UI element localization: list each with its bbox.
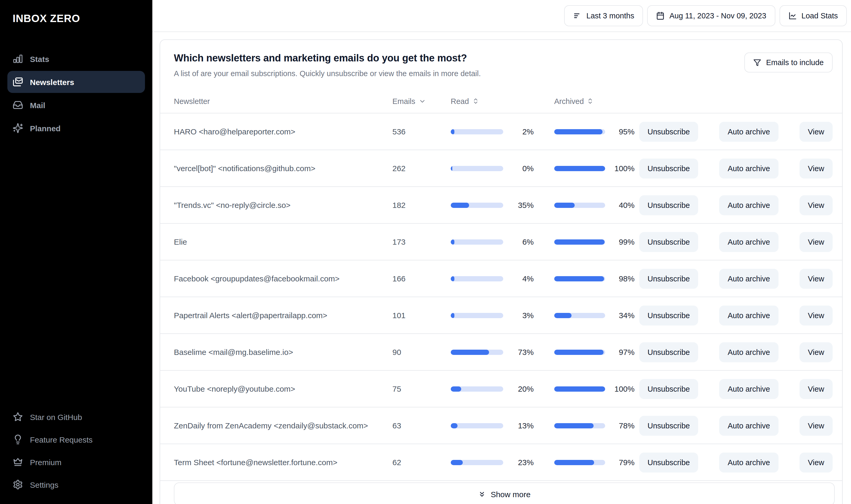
view-button[interactable]: View (799, 305, 833, 325)
read-cell: 13% (451, 421, 535, 430)
sidebar-item-planned[interactable]: Planned (7, 117, 145, 139)
view-button[interactable]: View (799, 269, 833, 288)
unsubscribe-button[interactable]: Unsubscribe (639, 416, 698, 435)
auto-archive-button[interactable]: Auto archive (719, 305, 778, 325)
read-bar-fill (451, 460, 463, 465)
read-cell: 23% (451, 458, 535, 467)
sidebar-nav: Stats Newsletters Mail (7, 48, 145, 140)
emails-to-include-button[interactable]: Emails to include (745, 53, 833, 72)
column-header-emails[interactable]: Emails (392, 97, 451, 105)
archived-percent: 95% (611, 127, 635, 136)
sidebar-item-star-on-github[interactable]: Star on GitHub (7, 406, 145, 427)
read-cell: 6% (451, 237, 535, 246)
read-progress-bar (451, 386, 503, 391)
table-row: Papertrail Alerts <alert@papertrailapp.c… (160, 297, 842, 334)
calendar-icon (656, 12, 665, 20)
show-more-button[interactable]: Show more (174, 483, 835, 504)
emails-count: 262 (392, 164, 451, 173)
sidebar-item-premium[interactable]: Premium (7, 451, 145, 472)
view-button[interactable]: View (799, 122, 833, 142)
read-percent: 0% (510, 164, 534, 173)
chevrons-up-down-icon (472, 97, 479, 105)
auto-archive-button[interactable]: Auto archive (719, 158, 778, 178)
read-bar-fill (451, 202, 469, 208)
table-row: HARO <haro@helpareporter.com> 536 2% 95%… (160, 113, 842, 150)
unsubscribe-button[interactable]: Unsubscribe (639, 232, 698, 252)
archived-cell: 100% (535, 384, 635, 393)
archived-percent: 34% (611, 311, 635, 320)
sidebar-footer-nav: Star on GitHub Feature Requests Premium (7, 406, 145, 497)
unsubscribe-button[interactable]: Unsubscribe (639, 342, 698, 362)
bar-chart-icon (13, 54, 23, 64)
date-range-preset-button[interactable]: Last 3 months (564, 5, 643, 26)
unsubscribe-button[interactable]: Unsubscribe (639, 195, 698, 215)
read-bar-fill (451, 239, 455, 245)
sidebar-item-newsletters[interactable]: Newsletters (7, 71, 145, 93)
archived-bar-fill (554, 276, 604, 281)
main-area: Last 3 months Aug 11, 2023 - Nov 09, 202… (152, 0, 851, 504)
archived-cell: 79% (535, 458, 635, 467)
newsletter-name: ZenDaily from ZenAcademy <zendaily@subst… (174, 421, 392, 430)
sidebar-item-feature-requests[interactable]: Feature Requests (7, 429, 145, 450)
mails-icon (13, 77, 23, 87)
sidebar-item-mail[interactable]: Mail (7, 94, 145, 116)
column-header-newsletter[interactable]: Newsletter (174, 97, 392, 105)
auto-archive-button[interactable]: Auto archive (719, 195, 778, 215)
sidebar-item-settings[interactable]: Settings (7, 474, 145, 495)
auto-archive-button[interactable]: Auto archive (719, 379, 778, 399)
read-percent: 2% (510, 127, 534, 136)
unsubscribe-button[interactable]: Unsubscribe (639, 379, 698, 399)
auto-archive-button[interactable]: Auto archive (719, 452, 778, 472)
view-button[interactable]: View (799, 452, 833, 472)
auto-archive-button[interactable]: Auto archive (719, 416, 778, 435)
read-progress-bar (451, 460, 503, 465)
row-actions: Unsubscribe Auto archive View (635, 416, 833, 435)
archived-bar-fill (554, 202, 574, 208)
archived-bar-fill (554, 313, 571, 318)
archived-percent: 79% (611, 458, 635, 467)
unsubscribe-button[interactable]: Unsubscribe (639, 452, 698, 472)
app-logo: INBOX ZERO (7, 13, 145, 25)
archived-cell: 34% (535, 311, 635, 320)
content-area: Which newsletters and marketing emails d… (152, 32, 851, 504)
archived-bar-fill (554, 129, 602, 134)
unsubscribe-button[interactable]: Unsubscribe (639, 122, 698, 142)
newsletters-card: Which newsletters and marketing emails d… (160, 39, 843, 504)
date-range-picker-button[interactable]: Aug 11, 2023 - Nov 09, 2023 (648, 5, 775, 26)
unsubscribe-button[interactable]: Unsubscribe (639, 158, 698, 178)
archived-percent: 40% (611, 201, 635, 210)
archived-cell: 78% (535, 421, 635, 430)
unsubscribe-button[interactable]: Unsubscribe (639, 269, 698, 288)
unsubscribe-button[interactable]: Unsubscribe (639, 305, 698, 325)
view-button[interactable]: View (799, 158, 833, 178)
read-bar-fill (451, 276, 455, 281)
gear-icon (13, 479, 23, 490)
archived-bar-fill (554, 460, 595, 465)
view-button[interactable]: View (799, 195, 833, 215)
column-header-archived[interactable]: Archived (535, 97, 635, 105)
load-stats-button[interactable]: Load Stats (779, 5, 847, 26)
table-body: HARO <haro@helpareporter.com> 536 2% 95%… (160, 113, 842, 481)
emails-count: 90 (392, 347, 451, 357)
table-row: Baselime <mail@mg.baselime.io> 90 73% 97… (160, 334, 842, 371)
top-bar: Last 3 months Aug 11, 2023 - Nov 09, 202… (152, 0, 851, 32)
view-button[interactable]: View (799, 416, 833, 435)
view-button[interactable]: View (799, 342, 833, 362)
emails-count: 62 (392, 458, 451, 467)
read-percent: 73% (510, 347, 534, 357)
auto-archive-button[interactable]: Auto archive (719, 122, 778, 142)
archived-bar-fill (554, 166, 605, 171)
archived-cell: 95% (535, 127, 635, 136)
view-button[interactable]: View (799, 232, 833, 252)
table-row: "Trends.vc" <no-reply@circle.so> 182 35%… (160, 187, 842, 224)
archived-progress-bar (554, 166, 605, 171)
auto-archive-button[interactable]: Auto archive (719, 232, 778, 252)
auto-archive-button[interactable]: Auto archive (719, 342, 778, 362)
funnel-icon (754, 58, 761, 67)
chevrons-down-icon (478, 490, 486, 498)
view-button[interactable]: View (799, 379, 833, 399)
auto-archive-button[interactable]: Auto archive (719, 269, 778, 288)
column-header-read[interactable]: Read (451, 97, 535, 105)
sidebar-item-stats[interactable]: Stats (7, 48, 145, 70)
sidebar-item-label: Newsletters (30, 77, 74, 86)
